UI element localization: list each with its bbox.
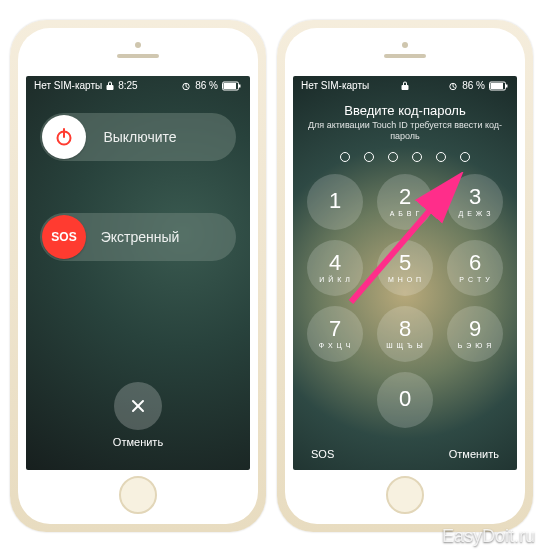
- lock-icon: [401, 81, 409, 91]
- passcode-screen: Нет SIM-карты 86 % Введите код-пароль: [293, 76, 517, 470]
- key-7[interactable]: 7Ф Х Ц Ч: [307, 306, 363, 362]
- key-blank: [307, 372, 363, 428]
- key-0[interactable]: 0: [377, 372, 433, 428]
- key-9[interactable]: 9Ь Э Ю Я: [447, 306, 503, 362]
- power-off-label: Выключите: [88, 129, 236, 145]
- key-2[interactable]: 2А Б В Г: [377, 174, 433, 230]
- key-number: 6: [469, 252, 481, 274]
- lock-icon: [106, 81, 114, 91]
- cancel-label: Отменить: [113, 436, 163, 448]
- svg-rect-2: [224, 83, 237, 89]
- passcode-dots: [293, 152, 517, 162]
- speaker-grill: [117, 54, 159, 58]
- key-number: 9: [469, 318, 481, 340]
- sos-label: Экстренный: [88, 229, 236, 245]
- cancel-button[interactable]: [114, 382, 162, 430]
- passcode-dot: [412, 152, 422, 162]
- home-button[interactable]: [119, 476, 157, 514]
- status-time: 8:25: [118, 80, 137, 91]
- battery-pct: 86 %: [195, 80, 218, 91]
- alarm-icon: [181, 81, 191, 91]
- passcode-dot: [460, 152, 470, 162]
- passcode-dot: [436, 152, 446, 162]
- key-letters: Ф Х Ц Ч: [319, 342, 352, 349]
- front-camera: [402, 42, 408, 48]
- key-letters: А Б В Г: [390, 210, 421, 217]
- watermark: EasyDoit.ru: [442, 526, 535, 547]
- key-number: 5: [399, 252, 411, 274]
- power-off-screen: Нет SIM-карты 8:25 86 %: [26, 76, 250, 470]
- phone-bezel: Нет SIM-карты 86 % Введите код-пароль: [285, 28, 525, 524]
- key-letters: Д Е Ж З: [459, 210, 492, 217]
- passcode-dot: [364, 152, 374, 162]
- key-letters: Ш Щ Ъ Ы: [386, 342, 424, 349]
- speaker-grill: [384, 54, 426, 58]
- keypad: 1 2А Б В Г 3Д Е Ж З 4И Й К Л 5М Н О П 6Р…: [293, 174, 517, 428]
- battery-icon: [222, 81, 242, 91]
- key-number: 8: [399, 318, 411, 340]
- sos-link[interactable]: SOS: [311, 448, 334, 460]
- key-number: 7: [329, 318, 341, 340]
- key-letters: М Н О П: [388, 276, 422, 283]
- key-number: 0: [399, 388, 411, 410]
- passcode-title: Введите код-пароль: [305, 103, 505, 118]
- sos-knob[interactable]: SOS: [42, 215, 86, 259]
- power-off-knob[interactable]: [42, 115, 86, 159]
- home-button[interactable]: [386, 476, 424, 514]
- svg-rect-11: [506, 84, 508, 87]
- key-number: 2: [399, 186, 411, 208]
- passcode-subtitle: Для активации Touch ID требуется ввести …: [305, 120, 505, 142]
- key-8[interactable]: 8Ш Щ Ъ Ы: [377, 306, 433, 362]
- key-3[interactable]: 3Д Е Ж З: [447, 174, 503, 230]
- front-camera: [135, 42, 141, 48]
- passcode-dot: [340, 152, 350, 162]
- carrier-text: Нет SIM-карты: [34, 80, 102, 91]
- key-letters: И Й К Л: [319, 276, 351, 283]
- status-bar: Нет SIM-карты 8:25 86 %: [26, 76, 250, 95]
- battery-icon: [489, 81, 509, 91]
- carrier-text: Нет SIM-карты: [301, 80, 369, 91]
- status-bar: Нет SIM-карты 86 %: [293, 76, 517, 95]
- cancel-link[interactable]: Отменить: [449, 448, 499, 460]
- key-number: 1: [329, 190, 341, 212]
- key-blank: [447, 372, 503, 428]
- passcode-dot: [388, 152, 398, 162]
- emergency-sos-slider[interactable]: SOS Экстренный: [40, 213, 236, 261]
- battery-pct: 86 %: [462, 80, 485, 91]
- key-4[interactable]: 4И Й К Л: [307, 240, 363, 296]
- key-letters: Ь Э Ю Я: [458, 342, 493, 349]
- phone-left: Нет SIM-карты 8:25 86 %: [10, 20, 266, 532]
- key-number: 4: [329, 252, 341, 274]
- close-icon: [129, 397, 147, 415]
- phone-right: Нет SIM-карты 86 % Введите код-пароль: [277, 20, 533, 532]
- key-letters: Р С Т У: [459, 276, 490, 283]
- key-6[interactable]: 6Р С Т У: [447, 240, 503, 296]
- key-1[interactable]: 1: [307, 174, 363, 230]
- power-off-slider[interactable]: Выключите: [40, 113, 236, 161]
- key-number: 3: [469, 186, 481, 208]
- svg-rect-3: [239, 84, 241, 87]
- power-icon: [53, 126, 75, 148]
- key-5[interactable]: 5М Н О П: [377, 240, 433, 296]
- phone-bezel: Нет SIM-карты 8:25 86 %: [18, 28, 258, 524]
- alarm-icon: [448, 81, 458, 91]
- svg-rect-10: [491, 83, 504, 89]
